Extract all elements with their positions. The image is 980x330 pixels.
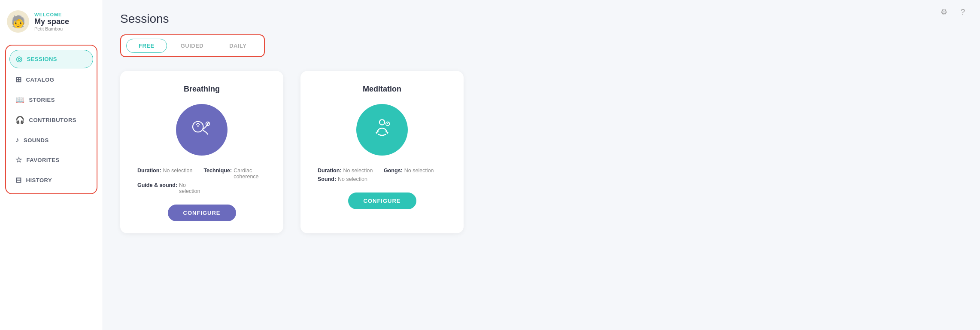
info-row: Gongs: No selection — [384, 168, 446, 174]
card-title: Meditation — [363, 85, 401, 94]
card-icon-breathing — [176, 104, 228, 156]
info-value: No selection — [163, 168, 193, 180]
info-row: Guide & sound: No selection — [137, 182, 200, 194]
info-value: No selection — [338, 176, 367, 182]
page-title: Sessions — [120, 12, 963, 26]
sidebar-item-sessions[interactable]: ◎ SESSIONS — [9, 50, 93, 68]
user-subname: Petit Bambou — [34, 26, 69, 31]
tab-free[interactable]: FREE — [126, 39, 167, 53]
welcome-label: WELCOME — [34, 12, 69, 17]
sidebar-item-stories[interactable]: 📖 STORIES — [9, 91, 93, 109]
sidebar-item-history[interactable]: ⊟ HISTORY — [9, 171, 93, 189]
sessions-icon: ◎ — [16, 55, 23, 64]
card-info: Duration: No selection Gongs: No selecti… — [318, 168, 446, 182]
tab-guided[interactable]: GUIDED — [169, 39, 216, 53]
top-bar: ⚙ ? — [937, 5, 970, 19]
nav-label-catalog: CATALOG — [26, 76, 55, 83]
main-content: ⚙ ? Sessions FREEGUIDEDDAILY Breathing D… — [103, 0, 980, 330]
sidebar-header: 🧓 WELCOME My space Petit Bambou — [5, 7, 97, 40]
card-icon-meditation — [356, 104, 408, 156]
nav-label-favorites: FAVORITES — [27, 157, 60, 163]
sidebar: 🧓 WELCOME My space Petit Bambou ◎ SESSIO… — [0, 0, 103, 330]
info-value: No selection — [179, 182, 200, 194]
tab-daily[interactable]: DAILY — [217, 39, 258, 53]
info-row: Technique: Cardiac coherence — [203, 168, 266, 180]
info-value: No selection — [404, 168, 434, 174]
info-label: Duration: — [318, 168, 342, 174]
info-label: Gongs: — [384, 168, 403, 174]
user-name: My space — [34, 17, 69, 26]
nav-label-history: HISTORY — [26, 177, 52, 183]
favorites-icon: ☆ — [15, 156, 22, 165]
nav-label-contributors: CONTRIBUTORS — [29, 117, 76, 123]
help-icon[interactable]: ? — [956, 5, 970, 19]
sidebar-item-sounds[interactable]: ♪ SOUNDS — [9, 131, 93, 149]
card-info: Duration: No selection Technique: Cardia… — [137, 168, 266, 194]
sidebar-item-contributors[interactable]: 🎧 CONTRIBUTORS — [9, 111, 93, 129]
svg-point-3 — [379, 119, 385, 125]
catalog-icon: ⊞ — [15, 75, 22, 84]
settings-icon[interactable]: ⚙ — [937, 5, 951, 19]
session-card-meditation: Meditation Duration: No selection Gongs:… — [300, 71, 464, 233]
info-label: Sound: — [318, 176, 336, 182]
info-value: No selection — [343, 168, 373, 174]
nav-label-stories: STORIES — [29, 97, 55, 103]
nav-label-sessions: SESSIONS — [27, 56, 57, 62]
sounds-icon: ♪ — [15, 136, 19, 144]
tabs-container: FREEGUIDEDDAILY — [120, 34, 265, 57]
sidebar-item-favorites[interactable]: ☆ FAVORITES — [9, 151, 93, 169]
info-row: Sound: No selection — [318, 176, 380, 182]
svg-point-2 — [197, 125, 199, 127]
history-icon: ⊟ — [15, 176, 22, 185]
sidebar-nav: ◎ SESSIONS⊞ CATALOG📖 STORIES🎧 CONTRIBUTO… — [5, 45, 97, 194]
session-card-breathing: Breathing Duration: No selection Techniq… — [120, 71, 283, 233]
info-row: Duration: No selection — [318, 168, 380, 174]
sidebar-item-catalog[interactable]: ⊞ CATALOG — [9, 71, 93, 89]
info-label: Duration: — [137, 168, 161, 180]
stories-icon: 📖 — [15, 95, 25, 104]
configure-button-breathing[interactable]: CONFIGURE — [168, 205, 236, 221]
nav-label-sounds: SOUNDS — [24, 137, 49, 144]
contributors-icon: 🎧 — [15, 116, 25, 125]
configure-button-meditation[interactable]: CONFIGURE — [348, 192, 416, 209]
info-label: Guide & sound: — [137, 182, 177, 194]
user-info: WELCOME My space Petit Bambou — [34, 12, 69, 31]
info-value: Cardiac coherence — [234, 168, 266, 180]
info-row: Duration: No selection — [137, 168, 200, 180]
avatar: 🧓 — [7, 10, 29, 33]
card-title: Breathing — [184, 85, 220, 94]
cards-row: Breathing Duration: No selection Techniq… — [120, 71, 963, 233]
info-label: Technique: — [203, 168, 232, 180]
